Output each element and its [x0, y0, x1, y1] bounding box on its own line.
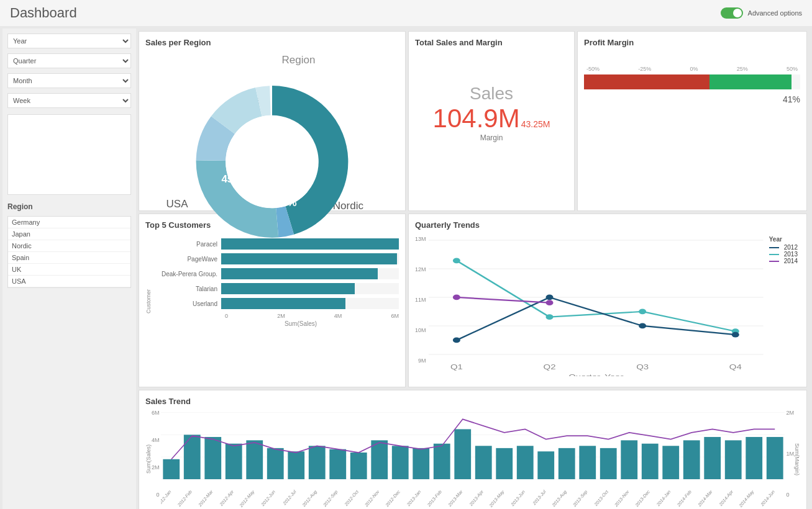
y-left-6m: 6M — [152, 410, 160, 416]
year-filter: Year — [7, 34, 131, 48]
advanced-options-toggle[interactable] — [721, 7, 743, 19]
bar-wrapper — [221, 268, 399, 279]
sales-value-container: 104.9M 43.25M — [433, 104, 550, 133]
margin-bar-green — [709, 74, 791, 89]
region-item-uk[interactable]: UK — [8, 264, 130, 276]
bar-wrapper — [221, 298, 399, 309]
svg-text:2014-Jun: 2014-Jun — [760, 489, 775, 507]
trend-bar — [746, 437, 762, 479]
y-tick-11m: 11M — [415, 297, 426, 303]
bar-wrapper — [221, 238, 399, 250]
x-tick-0: 0 — [225, 313, 228, 319]
week-select[interactable]: Week — [7, 93, 131, 108]
svg-text:2013-Sep: 2013-Sep — [572, 489, 588, 508]
legend-2012: 2012 — [769, 244, 798, 251]
svg-text:2012-Jul: 2012-Jul — [282, 489, 297, 507]
quarterly-title: Quarterly Trends — [415, 220, 800, 230]
bar-fill — [221, 283, 355, 294]
bottom-row: Sales Trend Sum(Sales) 6M 4M 2M 0 — [139, 390, 807, 509]
svg-text:2012-May: 2012-May — [239, 489, 255, 508]
series-2014-dot-q2 — [545, 300, 553, 305]
region-item-germany[interactable]: Germany — [8, 217, 130, 228]
y-tick-9m: 9M — [418, 358, 426, 364]
trend-bar — [163, 459, 180, 479]
margin-bar-container — [584, 74, 800, 89]
svg-text:USA: USA — [167, 198, 189, 210]
trend-bar — [371, 440, 388, 479]
margin-bar-red — [584, 74, 709, 89]
series-2012-dot-q4 — [731, 332, 739, 338]
month-select[interactable]: Month — [7, 73, 131, 88]
bar-fill — [221, 298, 345, 309]
svg-text:2012-Feb: 2012-Feb — [176, 489, 193, 508]
svg-text:9.9%: 9.9% — [283, 176, 307, 187]
svg-text:2014-Mar: 2014-Mar — [697, 489, 713, 508]
quarterly-y-ticks: 13M 12M 11M 10M 9M — [415, 233, 429, 376]
quarterly-trends-panel: Quarterly Trends 13M 12M 11M 10M 9M — [408, 214, 807, 387]
trend-bar — [704, 437, 721, 479]
svg-text:Quarter, Year: Quarter, Year — [568, 373, 624, 376]
svg-text:2012-Jun: 2012-Jun — [260, 489, 276, 507]
trend-bar — [350, 453, 367, 479]
y-left-2m: 2M — [152, 464, 160, 471]
svg-text:2012-Dec: 2012-Dec — [385, 489, 401, 508]
margin-scale: -50% -25% 0% 25% 50% — [584, 66, 800, 72]
trend-bar — [225, 444, 242, 479]
series-2012-line — [456, 297, 735, 340]
y-left-4m: 4M — [152, 437, 160, 443]
trend-y-left-label: Sum(Sales) — [145, 444, 152, 474]
svg-text:2012-Sep: 2012-Sep — [322, 489, 338, 508]
quarterly-svg-container: Q1 Q2 Q3 Q4 — [429, 233, 800, 376]
x-tick-2m: 2M — [277, 313, 285, 319]
trend-bar — [183, 435, 200, 479]
svg-text:2013-Feb: 2013-Feb — [426, 489, 442, 508]
y-right-2m: 2M — [786, 410, 794, 416]
svg-text:2012-Nov: 2012-Nov — [363, 489, 380, 508]
customer-bar-row: Deak-Perera Group. — [153, 268, 399, 279]
trend-bar — [516, 446, 533, 479]
sales-label: Sales — [470, 84, 513, 104]
dashboard-title: Dashboard — [10, 5, 77, 21]
region-item-nordic[interactable]: Nordic — [8, 240, 130, 252]
trend-bar — [600, 448, 616, 479]
region-item-japan[interactable]: Japan — [8, 228, 130, 240]
quarter-filter: Quarter — [7, 53, 131, 68]
quarter-select[interactable]: Quarter — [7, 53, 131, 68]
trend-bar — [496, 448, 513, 479]
series-2012-dot-q1 — [452, 338, 460, 343]
sales-trend-chart-area: Sum(Sales) 6M 4M 2M 0 2012-Jan2012-Feb20… — [145, 410, 800, 509]
profit-margin-content: -50% -25% 0% 25% 50% 41% — [584, 66, 800, 104]
week-filter: Week — [7, 93, 131, 108]
middle-row: Top 5 Customers Customer Paracel PageWav… — [139, 214, 807, 387]
region-item-spain[interactable]: Spain — [8, 252, 130, 264]
top5-y-axis-label: Customer — [145, 289, 152, 313]
scale-25: 25% — [737, 66, 748, 72]
filter-list-area — [7, 114, 131, 195]
trend-bar — [391, 446, 408, 479]
trend-svg-container: 2012-Jan2012-Feb2012-Mar2012-Apr2012-May… — [161, 410, 785, 509]
y-tick-13m: 13M — [415, 236, 426, 242]
svg-text:2013-May: 2013-May — [488, 489, 505, 508]
profit-margin-title: Profit Margin — [584, 38, 800, 47]
trend-bar — [724, 440, 741, 479]
y-right-1m: 1M — [786, 451, 794, 457]
svg-text:2013-Jun: 2013-Jun — [510, 489, 526, 507]
scale-50: 50% — [787, 66, 798, 72]
trend-bar — [308, 446, 325, 479]
sales-per-region-panel: Sales per Region Region Spain UK Nordic … — [139, 31, 406, 211]
trend-bar — [329, 449, 346, 479]
customer-label: Userland — [153, 300, 221, 307]
svg-text:2013-Aug: 2013-Aug — [551, 489, 567, 508]
trend-bar — [267, 448, 283, 479]
quarterly-legend: Year 2012 2013 2014 — [769, 236, 798, 264]
svg-text:45.5%: 45.5% — [221, 174, 251, 186]
margin-value: 43.25M — [521, 119, 550, 129]
svg-text:2013-Dec: 2013-Dec — [634, 489, 650, 508]
customer-label: Talarian — [153, 286, 221, 292]
trend-bar — [558, 448, 575, 479]
x-tick-6m: 6M — [391, 313, 399, 319]
region-item-usa[interactable]: USA — [8, 276, 130, 287]
year-select[interactable]: Year — [7, 34, 131, 48]
x-tick-4m: 4M — [334, 313, 342, 319]
y-tick-10m: 10M — [415, 327, 426, 333]
